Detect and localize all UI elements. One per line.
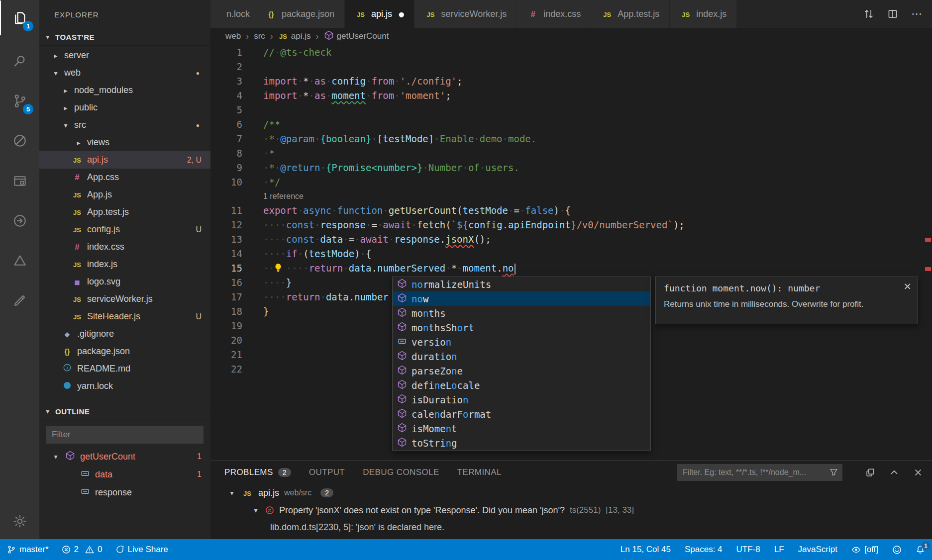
split-editor-icon[interactable] — [887, 8, 898, 19]
tree-item-api.js[interactable]: JSapi.js2, U — [39, 151, 210, 169]
code-line-15[interactable]: 15········return·data.numberServed·*·mom… — [210, 261, 932, 276]
problems-file-row[interactable]: ▾JSapi.jsweb/src2 — [210, 484, 932, 502]
suggestion-toString[interactable]: toString — [393, 436, 650, 450]
activity-explorer[interactable]: 1 — [0, 0, 39, 35]
problem-related-row[interactable]: lib.dom.d.ts[2230, 5]: 'json' is declare… — [210, 519, 932, 536]
panel-tab-OUTPUT[interactable]: OUTPUT — [309, 467, 345, 477]
close-panel-icon[interactable] — [913, 467, 923, 477]
suggestion-version[interactable]: version — [393, 335, 650, 349]
tree-item-README.md[interactable]: README.md — [39, 360, 210, 377]
outline-item-response[interactable]: response — [39, 483, 210, 501]
activity-preview-window[interactable] — [0, 164, 39, 198]
activity-triangle[interactable] — [0, 243, 39, 278]
code-line-4[interactable]: 4import·*·as·moment·from·'moment'; — [210, 89, 932, 103]
status-eol[interactable]: LF — [774, 545, 784, 555]
tree-item-index.js[interactable]: JSindex.js — [39, 256, 210, 273]
problem-error-row[interactable]: ▾Property 'jsonX' does not exist on type… — [210, 502, 932, 519]
suggestion-duration[interactable]: duration — [393, 349, 650, 364]
activity-circle-slash[interactable] — [0, 123, 39, 158]
code-line-5[interactable]: 5 — [210, 103, 932, 117]
tab-api.js[interactable]: JSapi.js● — [345, 0, 414, 28]
breadcrumb-api.js[interactable]: JSapi.js — [278, 31, 311, 41]
tree-item-index.css[interactable]: #index.css — [39, 238, 210, 256]
status-notifications[interactable]: 1 — [916, 545, 925, 555]
status-language-mode[interactable]: JavaScript — [798, 545, 837, 555]
more-actions-icon[interactable]: ⋯ — [911, 8, 922, 19]
tree-item-public[interactable]: ▸public — [39, 99, 210, 116]
outline-section-header[interactable]: ▾ OUTLINE — [39, 403, 210, 420]
outline-filter-input[interactable] — [46, 426, 204, 444]
tree-item-SiteHeader.js[interactable]: JSSiteHeader.jsU — [39, 308, 210, 325]
lightbulb-icon[interactable] — [272, 263, 284, 273]
close-icon[interactable]: × — [903, 280, 912, 292]
code-line-2[interactable]: 2 — [210, 60, 932, 74]
activity-edit-tools[interactable] — [0, 283, 39, 318]
code-line-14[interactable]: 14····if·(testMode)·{ — [210, 247, 932, 261]
tab-index.css[interactable]: #index.css — [517, 0, 591, 28]
code-line-10[interactable]: 10·*/ — [210, 175, 932, 189]
status-branch[interactable]: master* — [7, 545, 49, 555]
tab-n.lock[interactable]: n.lock — [210, 0, 255, 28]
tab-serviceWorker.js[interactable]: JSserviceWorker.js — [414, 0, 517, 28]
activity-settings[interactable] — [0, 504, 39, 539]
tree-item-package.json[interactable]: {}package.json — [39, 343, 210, 360]
activity-source-control[interactable]: 5 — [0, 84, 39, 118]
suggestion-normalizeUnits[interactable]: normalizeUnits — [393, 277, 650, 291]
status-screencast[interactable]: [off] — [851, 545, 878, 555]
tree-item-web[interactable]: ▾web● — [39, 64, 210, 82]
tree-item-App.test.js[interactable]: JSApp.test.js — [39, 203, 210, 221]
status-problems[interactable]: 20 — [62, 545, 103, 555]
workspace-section-header[interactable]: ▾ TOAST'RE — [39, 28, 210, 45]
code-line-8[interactable]: 8·* — [210, 146, 932, 161]
tree-item-config.js[interactable]: JSconfig.jsU — [39, 221, 210, 238]
tab-App.test.js[interactable]: JSApp.test.js — [591, 0, 670, 28]
code-line-12[interactable]: 12····const·response·=·await·fetch(`${co… — [210, 218, 932, 232]
activity-search[interactable] — [0, 44, 39, 79]
status-feedback[interactable] — [892, 545, 902, 555]
status-encoding[interactable]: UTF-8 — [736, 545, 760, 555]
tree-item-node_modules[interactable]: ▸node_modules — [39, 82, 210, 99]
compare-icon[interactable] — [863, 8, 874, 19]
tree-item-serviceWorker.js[interactable]: JSserviceWorker.js — [39, 290, 210, 308]
code-line-13[interactable]: 13····const·data·=·await·response.jsonX(… — [210, 232, 932, 247]
suggestion-isDuration[interactable]: isDuration — [393, 392, 650, 407]
suggestion-calendarFormat[interactable]: calendarFormat — [393, 407, 650, 421]
codelens-references[interactable]: 1 reference — [242, 189, 304, 203]
breadcrumb-web[interactable]: web — [225, 31, 241, 41]
breadcrumb-getUserCount[interactable]: getUserCount — [324, 30, 389, 43]
status-indentation[interactable]: Spaces: 4 — [685, 545, 723, 555]
panel-tab-PROBLEMS[interactable]: PROBLEMS2 — [224, 467, 291, 477]
code-line-7[interactable]: 7·*·@param·{boolean}·[testMode]·Enable·d… — [210, 132, 932, 146]
status-cursor-position[interactable]: Ln 15, Col 45 — [621, 545, 671, 555]
tree-item-logo.svg[interactable]: ■logo.svg — [39, 273, 210, 290]
panel-tab-TERMINAL[interactable]: TERMINAL — [457, 467, 502, 477]
code-line-1[interactable]: 1//·@ts-check — [210, 45, 932, 60]
activity-circle-arrow[interactable] — [0, 203, 39, 238]
tree-item-src[interactable]: ▾src● — [39, 116, 210, 134]
breadcrumb-src[interactable]: src — [254, 31, 265, 41]
tree-item-App.css[interactable]: #App.css — [39, 169, 210, 186]
suggestion-now[interactable]: now — [393, 291, 650, 306]
tab-index.js[interactable]: JSindex.js — [670, 0, 737, 28]
tree-item-.gitignore[interactable]: ◆.gitignore — [39, 325, 210, 343]
suggestion-isMoment[interactable]: isMoment — [393, 421, 650, 436]
code-line-6[interactable]: 6/** — [210, 117, 932, 132]
suggestion-parseZone[interactable]: parseZone — [393, 364, 650, 378]
maximize-panel-icon[interactable] — [889, 467, 899, 477]
dock-panel-icon[interactable] — [865, 467, 875, 477]
outline-item-getUserCount[interactable]: ▾getUserCount1 — [39, 448, 210, 466]
problems-filter-input[interactable] — [677, 464, 842, 481]
suggestion-monthsShort[interactable]: monthsShort — [393, 320, 650, 335]
tree-item-views[interactable]: ▸views — [39, 134, 210, 151]
tab-package.json[interactable]: {}package.json — [255, 0, 345, 28]
tree-item-server[interactable]: ▸server — [39, 47, 210, 64]
dirty-indicator-icon[interactable]: ● — [399, 10, 404, 18]
status-live-share[interactable]: Live Share — [115, 545, 168, 555]
tree-item-yarn.lock[interactable]: yarn.lock — [39, 377, 210, 395]
code-line-11[interactable]: 11export·async·function·getUserCount(tes… — [210, 203, 932, 218]
code-line-9[interactable]: 9·*·@return·{Promise<number>}·Number·of·… — [210, 161, 932, 175]
suggestion-months[interactable]: months — [393, 306, 650, 320]
panel-tab-DEBUG CONSOLE[interactable]: DEBUG CONSOLE — [363, 467, 439, 477]
code-line-3[interactable]: 3import·*·as·config·from·'./config'; — [210, 74, 932, 89]
outline-item-data[interactable]: data1 — [39, 466, 210, 483]
